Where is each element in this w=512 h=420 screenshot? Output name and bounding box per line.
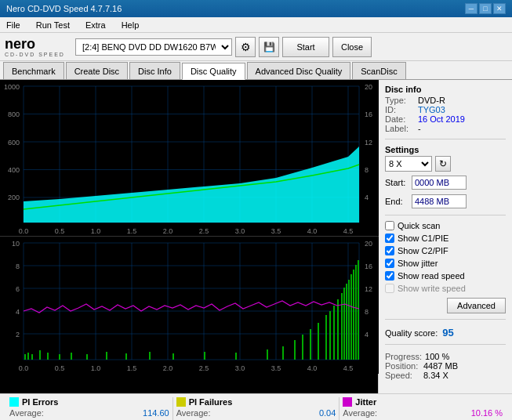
svg-text:12: 12 [365, 139, 372, 147]
tab-create-disc[interactable]: Create Disc [66, 62, 128, 79]
advanced-button[interactable]: Advanced [447, 298, 506, 313]
tab-disc-quality[interactable]: Disc Quality [182, 63, 245, 80]
svg-rect-81 [267, 349, 268, 360]
start-button[interactable]: Start [282, 37, 329, 57]
quick-scan-checkbox[interactable] [385, 221, 394, 230]
svg-rect-70 [39, 350, 41, 360]
svg-text:3.5: 3.5 [271, 364, 281, 372]
menu-help[interactable]: Help [118, 19, 143, 31]
svg-text:4: 4 [16, 308, 20, 316]
svg-text:16: 16 [365, 262, 372, 270]
start-row: Start: [385, 176, 506, 190]
close-window-button[interactable]: ✕ [493, 3, 506, 14]
pi-errors-avg-row: Average: 114.60 [9, 408, 169, 418]
svg-text:3.0: 3.0 [235, 227, 245, 235]
disc-info-title: Disc info [385, 85, 506, 94]
maximize-button[interactable]: □ [479, 3, 492, 14]
speed-select[interactable]: 8 X [385, 156, 432, 172]
close-button[interactable]: Close [332, 37, 372, 57]
svg-text:3.5: 3.5 [271, 227, 281, 235]
svg-rect-88 [329, 311, 331, 360]
menu-extra[interactable]: Extra [82, 19, 109, 31]
show-read-speed-checkbox[interactable] [385, 271, 394, 281]
show-read-speed-label: Show read speed [398, 271, 465, 281]
options-button[interactable]: ⚙ [235, 37, 256, 57]
svg-rect-79 [204, 352, 205, 360]
refresh-button[interactable]: ↻ [435, 156, 451, 172]
title-bar-controls: ─ □ ✕ [465, 3, 506, 14]
svg-text:600: 600 [8, 139, 20, 147]
svg-text:20: 20 [365, 240, 372, 248]
charts-area: 1000 800 600 400 200 20 16 12 8 4 0.0 0.… [0, 80, 379, 393]
show-c1-checkbox[interactable] [385, 234, 394, 243]
svg-text:200: 200 [8, 194, 20, 201]
show-c2-checkbox[interactable] [385, 246, 394, 255]
progress-value: 100 % [425, 352, 449, 361]
position-label: Position: [385, 361, 420, 371]
settings-section: Settings 8 X ↻ [385, 145, 506, 172]
svg-rect-68 [27, 353, 29, 360]
pi-errors-title: PI Errors [9, 397, 169, 407]
tab-disc-info[interactable]: Disc Info [129, 62, 180, 79]
divider-1 [385, 139, 506, 139]
tab-advanced-disc-quality[interactable]: Advanced Disc Quality [247, 62, 351, 79]
disc-label-label: Label: [385, 124, 415, 133]
svg-text:1.0: 1.0 [91, 364, 101, 372]
end-label: End: [385, 197, 409, 206]
svg-text:0.5: 0.5 [55, 364, 65, 372]
svg-text:4: 4 [365, 331, 369, 339]
minimize-button[interactable]: ─ [465, 3, 478, 14]
svg-text:2.5: 2.5 [199, 364, 209, 372]
pi-failures-title: PI Failures [176, 397, 336, 407]
svg-text:1.5: 1.5 [127, 227, 137, 235]
svg-rect-71 [47, 353, 49, 360]
jitter-block: Jitter Average: 10.16 % Maximum: 13.6 % … [340, 397, 506, 420]
pi-failures-avg-label: Average: [176, 408, 211, 418]
jitter-avg-value: 10.16 % [471, 408, 503, 418]
chart-bottom-svg: 10 8 6 4 2 20 16 12 8 4 [0, 237, 379, 374]
svg-text:16: 16 [365, 110, 372, 118]
show-write-speed-label: Show write speed [398, 284, 466, 293]
svg-text:0.5: 0.5 [55, 227, 65, 235]
svg-text:12: 12 [365, 285, 372, 293]
svg-text:800: 800 [8, 110, 20, 118]
tab-scan-disc[interactable]: ScanDisc [352, 62, 405, 79]
jitter-legend-box [343, 397, 352, 407]
disc-date-label: Date: [385, 114, 415, 124]
drive-select[interactable]: [2:4] BENQ DVD DD DW1620 B7W9 [75, 38, 232, 56]
progress-label: Progress: [385, 352, 422, 361]
disc-type-row: Type: DVD-R [385, 96, 506, 105]
svg-text:6: 6 [16, 285, 20, 293]
svg-rect-86 [318, 323, 319, 360]
jitter-avg-label: Average: [343, 408, 377, 418]
main-content: 1000 800 600 400 200 20 16 12 8 4 0.0 0.… [0, 80, 512, 393]
right-panel: Disc info Type: DVD-R ID: TYG03 Date: 16… [379, 80, 512, 393]
disc-label-value: - [418, 124, 421, 133]
svg-text:4.0: 4.0 [307, 227, 318, 235]
tab-benchmark[interactable]: Benchmark [3, 62, 64, 79]
svg-rect-93 [346, 284, 347, 360]
pi-errors-legend-box [9, 397, 19, 407]
quick-scan-label: Quick scan [398, 221, 440, 230]
pi-failures-avg-value: 0.04 [319, 408, 336, 418]
svg-rect-92 [343, 288, 345, 360]
quality-score-label: Quality score: [385, 328, 438, 338]
menu-run-test[interactable]: Run Test [33, 19, 73, 31]
quality-score-row: Quality score: 95 [385, 327, 506, 339]
divider-3 [385, 319, 506, 320]
end-input[interactable] [412, 194, 467, 208]
pi-failures-legend-box [176, 397, 186, 407]
quick-scan-row: Quick scan [385, 221, 506, 230]
svg-text:8: 8 [365, 308, 369, 316]
title-bar-text: Nero CD-DVD Speed 4.7.7.16 [6, 4, 122, 13]
title-bar: Nero CD-DVD Speed 4.7.7.16 ─ □ ✕ [0, 0, 512, 17]
show-jitter-checkbox[interactable] [385, 259, 394, 268]
save-button[interactable]: 💾 [259, 37, 279, 57]
svg-rect-72 [59, 354, 60, 360]
start-input[interactable] [412, 176, 467, 190]
menu-file[interactable]: File [3, 19, 24, 31]
settings-title: Settings [385, 145, 506, 154]
svg-rect-39 [0, 237, 379, 374]
svg-rect-84 [302, 335, 303, 360]
svg-rect-69 [31, 354, 33, 360]
